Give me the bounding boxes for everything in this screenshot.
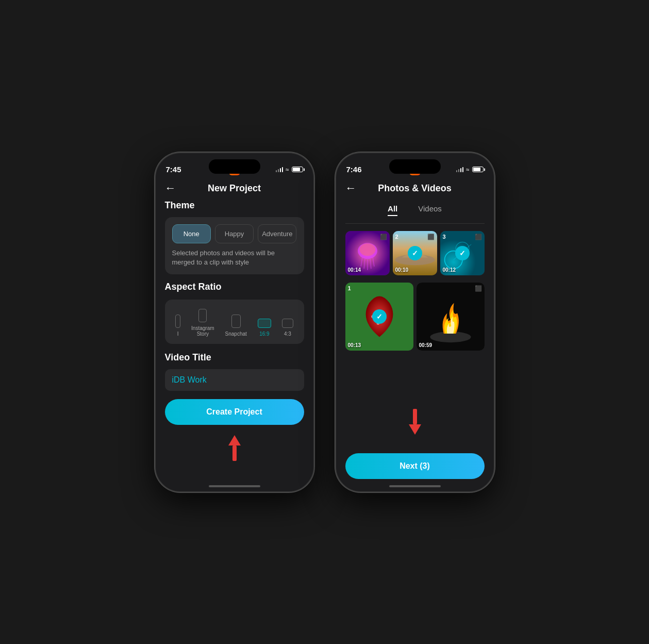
theme-section: None Happy Adventure Selected photos and… [165,217,304,274]
video-icon-5: ⬛ [475,285,482,292]
aspect-label-snapchat: Snapchat [225,331,247,337]
theme-buttons: None Happy Adventure [172,224,297,243]
dynamic-island-1 [209,159,260,174]
phone-1: 7:45 🎬 ≈ ← New Project Theme [155,152,314,492]
photo-number-3: 3 [443,234,446,240]
photo-item-4[interactable]: 1 ✓ 00:13 [345,283,413,351]
photo-item-1[interactable]: ⬛ 00:14 [345,231,390,275]
photo-duration-3: 00:12 [443,267,456,273]
back-button-1[interactable]: ← [165,181,176,195]
aspect-rect-16-9 [258,319,271,328]
signal-icon-2 [456,167,463,172]
screen-content-2: ← Photos & Videos All Videos [336,179,494,491]
up-arrow-shape [228,435,241,461]
aspect-label-16-9: 16:9 [259,331,269,337]
photo-number-2: 2 [395,234,398,240]
aspect-option-snapchat[interactable]: Snapchat [225,315,247,337]
video-icon-3: ⬛ [475,234,482,240]
photo-check-3: ✓ [455,246,470,260]
video-title-label: Video Title [165,352,304,363]
aspect-option-instagram[interactable]: InstagramStory [191,309,214,337]
video-title-section: Video Title iDB Work [165,352,304,391]
tab-bar: All Videos [345,200,485,224]
time-1: 7:45 [166,165,181,174]
status-icons-1: ≈ [276,166,303,173]
down-arrow-shape [409,409,421,435]
down-arrow-stem [413,409,417,424]
theme-adventure-button[interactable]: Adventure [258,224,296,243]
page-title-2: Photos & Videos [378,183,452,194]
photo-number-4: 1 [348,285,351,291]
video-icon-2: ⬛ [427,234,435,240]
down-arrow-annotation [409,409,421,435]
dynamic-island-2 [389,159,441,174]
nav-bar-2: ← Photos & Videos [345,179,485,200]
aspect-rect-snapchat [231,315,241,328]
battery-icon-2 [472,167,484,172]
aspect-ratio-section: I InstagramStory Snapchat 16:9 [165,300,304,344]
photo-item-5[interactable]: ⬛ 00:59 [417,283,485,351]
aspect-options: I InstagramStory Snapchat 16:9 [172,307,297,337]
aspect-option-16-9[interactable]: 16:9 [258,319,271,337]
aspect-ratio-label: Aspect Ratio [165,282,304,292]
wifi-icon-1: ≈ [286,166,289,173]
aspect-label-4-3: 4:3 [284,331,291,337]
tab-all[interactable]: All [388,204,397,216]
create-project-button[interactable]: Create Project [165,399,304,425]
phone-2: 7:46 🎬 ≈ ← Photos & Videos All [335,152,495,492]
theme-description: Selected photos and videos will be merge… [172,249,297,267]
up-arrow-head [228,435,241,445]
photo-bg-5 [417,283,485,351]
time-2: 7:46 [346,165,362,174]
theme-label: Theme [165,200,304,211]
tab-videos[interactable]: Videos [418,204,442,216]
up-arrow-stem [232,445,237,461]
battery-icon-1 [292,167,303,172]
photo-duration-5: 00:59 [419,342,432,348]
aspect-option-i[interactable]: I [175,315,180,337]
signal-icon-1 [276,167,283,172]
down-arrow-head [409,424,421,435]
photo-duration-4: 00:13 [348,342,361,348]
aspect-rect-4-3 [282,319,293,328]
up-arrow-annotation [165,435,304,461]
theme-none-button[interactable]: None [172,224,211,243]
create-btn-wrapper: Create Project [165,399,304,425]
aspect-label-instagram: InstagramStory [191,325,214,337]
photo-grid-row2: 1 ✓ 00:13 ⬛ 00:59 [345,283,485,351]
next-button[interactable]: Next (3) [345,453,485,479]
theme-happy-button[interactable]: Happy [215,224,254,243]
photo-grid-row1: ⬛ 00:14 2 [345,231,485,275]
screen-content-1: ← New Project Theme None Happy Adventure… [156,179,313,491]
photo-duration-2: 00:10 [395,267,409,273]
aspect-label-i: I [177,331,179,337]
back-button-2[interactable]: ← [345,181,357,195]
next-btn-wrapper: Next (3) [345,453,485,479]
svg-point-2 [359,243,375,256]
photo-item-3[interactable]: 3 ⬛ ✓ 00:12 [440,231,485,275]
home-indicator-1 [209,485,260,487]
video-icon-1: ⬛ [380,234,387,240]
photo-item-2[interactable]: 2 ⬛ ✓ 00:10 [393,231,437,275]
wifi-icon-2: ≈ [466,166,470,173]
aspect-rect-instagram [198,309,207,322]
photo-duration-1: 00:14 [348,267,361,273]
video-title-input[interactable]: iDB Work [165,369,304,391]
page-title-1: New Project [208,183,261,194]
nav-bar-1: ← New Project [165,179,304,200]
aspect-option-4-3[interactable]: 4:3 [282,319,293,337]
photo-check-4: ✓ [372,309,387,324]
home-indicator-2 [389,485,441,487]
status-icons-2: ≈ [456,166,484,173]
photo-check-2: ✓ [408,246,422,260]
aspect-rect-i [175,315,180,328]
